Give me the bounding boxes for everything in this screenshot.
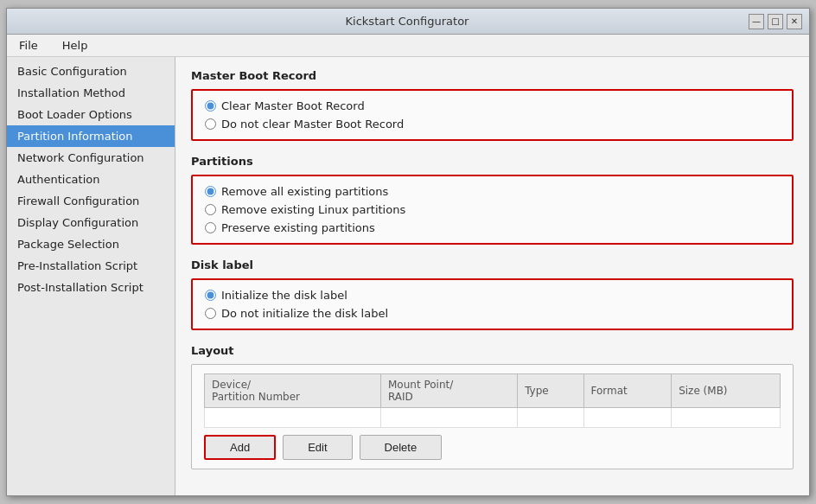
mbr-label-clear: Clear Master Boot Record (221, 99, 365, 112)
disk-label-radio-initialize[interactable] (205, 290, 216, 301)
disk-label-label-do-not-initialize: Do not initialize the disk label (221, 307, 388, 320)
cell-device (205, 408, 381, 428)
partitions-label-remove-linux: Remove existing Linux partitions (221, 203, 405, 216)
sidebar-item-post-installation-script[interactable]: Post-Installation Script (7, 277, 175, 298)
mbr-option-do-not-clear[interactable]: Do not clear Master Boot Record (205, 118, 780, 131)
menu-bar: File Help (7, 35, 809, 57)
cell-size (672, 408, 781, 428)
mbr-radio-clear[interactable] (205, 100, 216, 112)
col-header-type: Type (518, 374, 583, 408)
main-window: Kickstart Configurator — □ ✕ File Help B… (6, 8, 810, 496)
partitions-option-preserve[interactable]: Preserve existing partitions (205, 221, 780, 234)
partitions-label-remove-all: Remove all existing partitions (221, 185, 388, 198)
menu-file[interactable]: File (14, 37, 43, 54)
disk-label-option-initialize[interactable]: Initialize the disk label (205, 289, 780, 302)
add-button[interactable]: Add (204, 435, 276, 460)
window-title: Kickstart Configurator (66, 15, 749, 28)
layout-box: Device/Partition Number Mount Point/RAID… (191, 364, 794, 469)
master-boot-record-section: Master Boot Record Clear Master Boot Rec… (191, 69, 794, 141)
disk-label-box: Initialize the disk label Do not initial… (191, 278, 794, 330)
disk-label-title: Disk label (191, 258, 794, 271)
window-controls: — □ ✕ (749, 14, 802, 29)
close-button[interactable]: ✕ (787, 14, 802, 29)
mbr-option-clear[interactable]: Clear Master Boot Record (205, 99, 780, 112)
partitions-radio-remove-all[interactable] (205, 186, 216, 197)
partitions-option-remove-all[interactable]: Remove all existing partitions (205, 185, 780, 198)
layout-section: Layout Device/Partition Number Mount Poi… (191, 344, 794, 469)
partitions-option-remove-linux[interactable]: Remove existing Linux partitions (205, 203, 780, 216)
delete-button[interactable]: Delete (360, 435, 443, 460)
maximize-button[interactable]: □ (768, 14, 783, 29)
layout-buttons: Add Edit Delete (204, 435, 781, 460)
layout-title: Layout (191, 344, 794, 357)
menu-help[interactable]: Help (57, 37, 93, 54)
cell-mount (381, 408, 518, 428)
table-row-empty (205, 408, 781, 428)
content-area: Basic Configuration Installation Method … (7, 57, 809, 495)
col-header-mount: Mount Point/RAID (381, 374, 518, 408)
disk-label-label-initialize: Initialize the disk label (221, 289, 347, 302)
partitions-title: Partitions (191, 155, 794, 168)
layout-table: Device/Partition Number Mount Point/RAID… (204, 373, 781, 428)
partitions-radio-preserve[interactable] (205, 222, 216, 233)
col-header-format: Format (583, 374, 672, 408)
sidebar-item-authentication[interactable]: Authentication (7, 169, 175, 190)
sidebar-item-basic-configuration[interactable]: Basic Configuration (7, 61, 175, 82)
sidebar-item-network-configuration[interactable]: Network Configuration (7, 147, 175, 169)
cell-type (518, 408, 583, 428)
mbr-label-do-not-clear: Do not clear Master Boot Record (221, 118, 404, 131)
disk-label-option-do-not-initialize[interactable]: Do not initialize the disk label (205, 307, 780, 320)
minimize-button[interactable]: — (749, 14, 764, 29)
col-header-size: Size (MB) (672, 374, 781, 408)
partitions-box: Remove all existing partitions Remove ex… (191, 175, 794, 245)
partitions-label-preserve: Preserve existing partitions (221, 221, 375, 234)
sidebar-item-firewall-configuration[interactable]: Firewall Configuration (7, 190, 175, 212)
cell-format (583, 408, 672, 428)
sidebar-item-partition-information[interactable]: Partition Information (7, 125, 175, 147)
disk-label-radio-group: Initialize the disk label Do not initial… (205, 289, 780, 320)
title-bar: Kickstart Configurator — □ ✕ (7, 9, 809, 35)
sidebar-item-installation-method[interactable]: Installation Method (7, 82, 175, 104)
partitions-radio-remove-linux[interactable] (205, 204, 216, 215)
partitions-radio-group: Remove all existing partitions Remove ex… (205, 185, 780, 234)
main-panel: Master Boot Record Clear Master Boot Rec… (175, 57, 809, 495)
sidebar-item-pre-installation-script[interactable]: Pre-Installation Script (7, 255, 175, 277)
master-boot-record-box: Clear Master Boot Record Do not clear Ma… (191, 89, 794, 141)
master-boot-record-title: Master Boot Record (191, 69, 794, 82)
sidebar: Basic Configuration Installation Method … (7, 57, 175, 495)
sidebar-item-package-selection[interactable]: Package Selection (7, 233, 175, 255)
disk-label-section: Disk label Initialize the disk label Do … (191, 258, 794, 330)
master-boot-record-radio-group: Clear Master Boot Record Do not clear Ma… (205, 99, 780, 131)
disk-label-radio-do-not-initialize[interactable] (205, 308, 216, 319)
sidebar-item-boot-loader-options[interactable]: Boot Loader Options (7, 104, 175, 125)
edit-button[interactable]: Edit (283, 435, 352, 460)
col-header-device: Device/Partition Number (205, 374, 381, 408)
layout-wrapper: Device/Partition Number Mount Point/RAID… (204, 373, 781, 460)
sidebar-item-display-configuration[interactable]: Display Configuration (7, 212, 175, 233)
partitions-section: Partitions Remove all existing partition… (191, 155, 794, 245)
mbr-radio-do-not-clear[interactable] (205, 118, 216, 130)
